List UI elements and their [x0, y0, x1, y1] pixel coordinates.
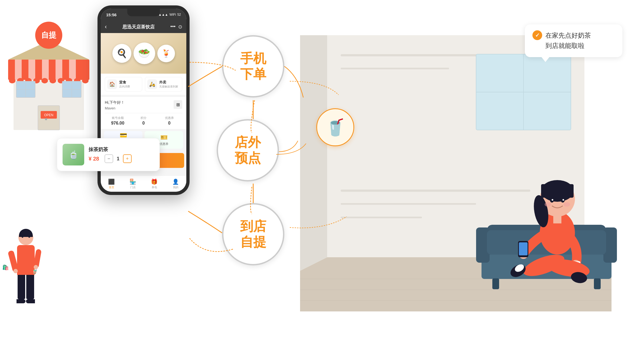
feature-pickup-line2: 自提: [240, 234, 266, 250]
svg-rect-35: [341, 68, 449, 69]
minus-label: −: [108, 156, 110, 162]
quantity-minus[interactable]: −: [105, 154, 113, 163]
plus-label: +: [126, 156, 129, 162]
store-icon: 🏪: [129, 178, 136, 185]
bottom-nav: ⬛ 首页 🏪 门店 🎁 券包 👤 我的: [101, 175, 186, 192]
battery-value: 52: [177, 13, 181, 17]
coupons-value: 0: [157, 121, 182, 126]
points-stat: 积分 0: [131, 116, 156, 126]
svg-rect-38: [341, 217, 422, 218]
wifi-icon: WiFi: [170, 13, 176, 17]
nav-home[interactable]: ⬛ 首页: [101, 178, 122, 189]
signal-icon: ▲▲▲: [158, 13, 168, 17]
product-image: 🍵: [63, 144, 84, 165]
dine-in-text: 堂食 店内消费: [119, 80, 130, 89]
product-price: ¥ 28: [89, 156, 99, 162]
dine-in-icon: 🏠: [107, 79, 117, 89]
svg-rect-37: [341, 203, 476, 205]
nav-icons: ••• ⊙: [170, 24, 182, 30]
battery-display: 52: [177, 13, 181, 17]
balance-value: 976.00: [105, 121, 131, 126]
status-icons: ▲▲▲ WiFi 52: [158, 13, 181, 17]
svg-point-16: [82, 78, 89, 83]
bubble-text: 在家先点好奶茶到店就能取啦: [545, 30, 591, 51]
quantity-plus[interactable]: +: [123, 154, 132, 163]
location-icon[interactable]: ⊙: [178, 24, 182, 30]
svg-rect-5: [56, 60, 62, 80]
user-name: Maven: [105, 106, 125, 110]
user-greeting: Hi,下午好！: [105, 100, 125, 105]
bubble-tail: [541, 57, 550, 62]
product-quantity: − 1 +: [105, 154, 132, 163]
svg-rect-47: [594, 278, 601, 289]
person-left: 🧋 🛍️: [9, 230, 42, 303]
svg-point-57: [562, 199, 564, 201]
status-time: 15:56: [106, 12, 116, 17]
self-pickup-badge: 自提: [35, 22, 62, 49]
balance-label: 账号余额: [105, 116, 131, 120]
feature-circle-phone-order: 手机 下单: [222, 35, 284, 97]
svg-rect-3: [28, 60, 35, 80]
svg-rect-2: [15, 60, 22, 80]
coupon-label: 优惠券: [160, 142, 168, 146]
points-value: 0: [131, 121, 156, 126]
product-info: 抹茶奶茶 ¥ 28 − 1 +: [89, 146, 154, 163]
delivery-desc: 无接触送喜到家: [159, 85, 178, 89]
coupons-stat: 优惠券 0: [157, 116, 182, 126]
coupons-label: 优惠券: [157, 116, 182, 120]
store-label: 门店: [130, 185, 136, 189]
delivery-name: 外卖: [159, 80, 178, 85]
svg-marker-29: [300, 35, 327, 271]
feature-outside-line2: 预点: [235, 150, 261, 166]
coupon-icon: 🎁: [151, 178, 158, 185]
qr-button[interactable]: ⊞: [174, 100, 182, 109]
svg-rect-46: [492, 278, 499, 289]
coupon-nav-label: 券包: [152, 185, 157, 189]
feature-phone-line2: 下单: [240, 66, 266, 82]
svg-point-7: [9, 78, 15, 83]
product-name: 抹茶奶茶: [89, 146, 154, 153]
svg-rect-4: [42, 60, 49, 80]
nav-bar: ‹ 思迅天店茶饮店 ••• ⊙: [101, 21, 186, 33]
home-icon: ⬛: [108, 178, 115, 185]
dine-in-desc: 店内消费: [119, 85, 130, 89]
drink-bubble: 🥤: [316, 108, 354, 146]
points-label: 积分: [131, 116, 156, 120]
hero-image: 🍳 🥗 🍹: [101, 33, 186, 74]
delivery-text: 外卖 无接触送喜到家: [159, 80, 178, 89]
self-pickup-label: 自提: [41, 30, 56, 40]
nav-store[interactable]: 🏪 门店: [122, 178, 144, 189]
dine-in-option[interactable]: 🏠 堂食 店内消费: [105, 77, 142, 92]
delivery-option[interactable]: 🛵 外卖 无接触送喜到家: [145, 77, 182, 92]
svg-point-59: [564, 202, 570, 207]
profile-icon: 👤: [172, 178, 179, 185]
profile-label: 我的: [173, 185, 178, 189]
svg-point-11: [41, 78, 48, 83]
store-illustration: OPEN: [8, 32, 89, 141]
speech-bubble: ✓ 在家先点好奶茶到店就能取啦: [525, 24, 622, 57]
delivery-icon: 🛵: [147, 79, 157, 89]
svg-rect-52: [541, 184, 574, 198]
feature-circle-outside-order: 店外 预点: [217, 119, 279, 181]
product-popup: 🍵 抹茶奶茶 ¥ 28 − 1 +: [57, 138, 160, 171]
svg-point-12: [50, 78, 56, 83]
svg-point-26: [45, 118, 47, 120]
nav-back-icon[interactable]: ‹: [105, 23, 107, 30]
room-section: ✓ 在家先点好奶茶到店就能取啦 🥤: [287, 14, 644, 333]
feature-outside-line1: 店外: [235, 135, 261, 150]
svg-point-56: [552, 199, 553, 201]
user-info: Hi,下午好！ Maven ⊞ 账号余额 976.00 积分 0: [101, 97, 186, 129]
feature-circle-pickup: 到店 自提: [222, 203, 284, 265]
quantity-value: 1: [115, 156, 121, 162]
nav-coupons[interactable]: 🎁 券包: [144, 178, 165, 189]
svg-rect-60: [553, 215, 561, 223]
more-icon[interactable]: •••: [170, 24, 175, 30]
person-sofa-svg: [465, 149, 628, 311]
dine-in-name: 堂食: [119, 80, 130, 85]
feature-phone-line1: 手机: [240, 51, 266, 66]
svg-rect-63: [519, 242, 528, 255]
nav-profile[interactable]: 👤 我的: [165, 178, 186, 189]
check-icon: ✓: [532, 30, 542, 40]
svg-rect-6: [69, 60, 76, 80]
nav-title: 思迅天店茶饮店: [107, 24, 170, 30]
